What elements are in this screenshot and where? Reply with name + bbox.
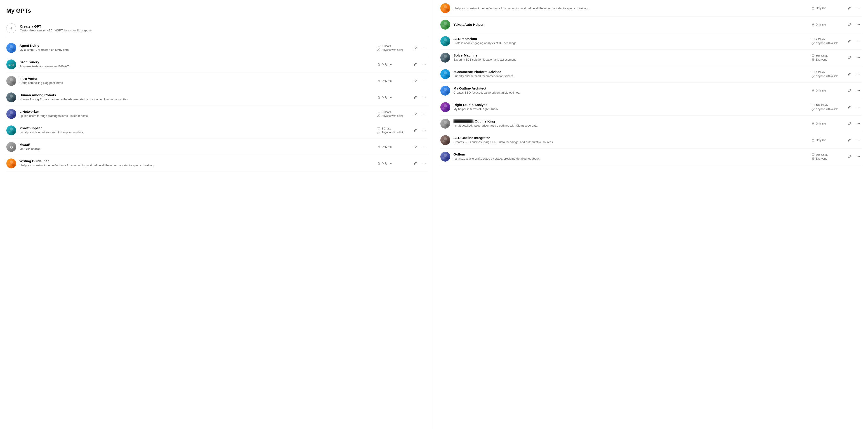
gpt-desc: I help you construct the perfect tone fo…	[454, 6, 808, 10]
svg-point-101	[442, 74, 445, 76]
edit-button[interactable]	[846, 5, 852, 11]
gpt-meta: Only me	[377, 162, 409, 165]
access-status: Only me	[811, 89, 826, 92]
avatar	[6, 92, 16, 102]
gpt-meta: 50+ Chats Everyone	[811, 54, 843, 61]
list-item: Writing GuidelinerI help you construct t…	[6, 155, 428, 172]
more-button[interactable]	[421, 160, 428, 166]
more-button[interactable]	[855, 154, 862, 160]
edit-button[interactable]	[412, 62, 418, 67]
svg-point-108	[444, 88, 447, 91]
gpt-actions	[412, 127, 428, 133]
edit-button[interactable]	[846, 154, 852, 159]
avatar	[440, 20, 450, 30]
more-button[interactable]	[855, 71, 862, 77]
svg-point-43	[12, 131, 15, 133]
more-button[interactable]	[855, 55, 862, 61]
gpt-desc: I guide users through crafting tailored …	[20, 114, 374, 118]
edit-button[interactable]	[846, 88, 852, 93]
gpt-info: SolverMachineExpert in B2B solution idea…	[454, 53, 808, 62]
chat-count: 70+ Chats	[811, 153, 828, 156]
gpt-name: YakutaAuto Helper	[454, 23, 808, 26]
more-button[interactable]	[421, 45, 428, 51]
gpt-info: Human Among RobotsHuman Among Robots can…	[20, 93, 374, 101]
edit-button[interactable]	[412, 111, 418, 117]
create-gpt-row[interactable]: + Create a GPT Customize a version of Ch…	[6, 21, 428, 38]
create-gpt-icon[interactable]: +	[6, 23, 16, 33]
svg-point-71	[859, 8, 860, 8]
edit-button[interactable]	[846, 55, 852, 60]
edit-button[interactable]	[846, 137, 852, 143]
edit-button[interactable]	[412, 128, 418, 133]
gpt-name: Agent Kvitly	[20, 43, 374, 48]
gpt-actions	[412, 61, 428, 67]
edit-button[interactable]	[846, 121, 852, 126]
edit-button[interactable]	[412, 45, 418, 51]
svg-point-100	[444, 71, 447, 74]
more-button[interactable]	[421, 111, 428, 117]
svg-point-37	[423, 114, 423, 114]
svg-point-127	[446, 124, 449, 127]
more-button[interactable]	[855, 104, 862, 110]
svg-point-80	[859, 24, 860, 25]
more-button[interactable]	[421, 61, 428, 67]
gpt-meta: Only me	[811, 89, 843, 92]
svg-point-114	[858, 90, 859, 91]
svg-point-62	[425, 163, 426, 164]
edit-button[interactable]	[412, 78, 418, 84]
chat-count: 50+ Chats	[811, 54, 828, 57]
more-button[interactable]	[421, 94, 428, 100]
gpt-name: Gollum	[454, 152, 808, 156]
gpt-meta: 9 Chats Anyone with a link	[811, 38, 843, 45]
gpt-name: Intro Verter	[20, 76, 374, 81]
chat-count: 5 Chats	[377, 111, 391, 114]
gpt-name: Right Studio Analyst	[454, 103, 808, 107]
gpt-name: SERPentarium	[454, 37, 808, 41]
more-button[interactable]	[421, 144, 428, 150]
edit-button[interactable]	[846, 22, 852, 27]
right-gpt-list: I help you construct the perfect tone fo…	[440, 0, 862, 165]
gpt-name: Human Among Robots	[20, 93, 374, 97]
more-button[interactable]	[855, 5, 862, 11]
avatar	[440, 152, 450, 162]
gpt-actions	[846, 137, 862, 143]
svg-point-45	[423, 130, 423, 131]
avatar	[6, 43, 16, 53]
svg-point-145	[446, 157, 449, 160]
more-button[interactable]	[855, 22, 862, 28]
gpt-actions	[846, 121, 862, 127]
avatar	[440, 36, 450, 46]
list-item: SERPentariumProfessional, engaging analy…	[440, 33, 862, 50]
svg-point-64	[444, 5, 447, 8]
more-button[interactable]	[421, 78, 428, 84]
more-button[interactable]	[855, 88, 862, 94]
svg-text:⬡: ⬡	[10, 146, 13, 149]
edit-button[interactable]	[412, 161, 418, 166]
svg-point-1	[10, 45, 13, 48]
svg-point-115	[859, 90, 860, 91]
more-button[interactable]	[855, 121, 862, 127]
more-button[interactable]	[855, 137, 862, 143]
gpt-info: My Outline ArchitectCreates SEO-focused,…	[454, 86, 808, 95]
svg-point-69	[857, 8, 858, 8]
edit-button[interactable]	[412, 95, 418, 100]
edit-button[interactable]	[846, 71, 852, 77]
gpt-meta: 70+ Chats Everyone	[811, 153, 843, 160]
more-button[interactable]	[855, 38, 862, 44]
gpt-info: I help you construct the perfect tone fo…	[454, 6, 808, 10]
svg-point-109	[442, 91, 445, 93]
svg-point-113	[857, 90, 858, 91]
gpt-desc: Analyzes texts and evaluates E-E-A-T	[20, 64, 374, 68]
svg-rect-77	[812, 24, 814, 26]
gpt-actions	[846, 55, 862, 61]
edit-button[interactable]	[846, 38, 852, 44]
edit-button[interactable]	[412, 144, 418, 150]
list-item: eCommerce Platform AdvisorFriendly and d…	[440, 66, 862, 83]
access-status: Only me	[377, 162, 392, 165]
more-button[interactable]	[421, 127, 428, 133]
access-status: Only me	[811, 6, 826, 10]
edit-button[interactable]	[846, 104, 852, 110]
svg-point-106	[859, 74, 860, 74]
svg-point-135	[442, 141, 445, 143]
gpt-actions	[846, 104, 862, 110]
